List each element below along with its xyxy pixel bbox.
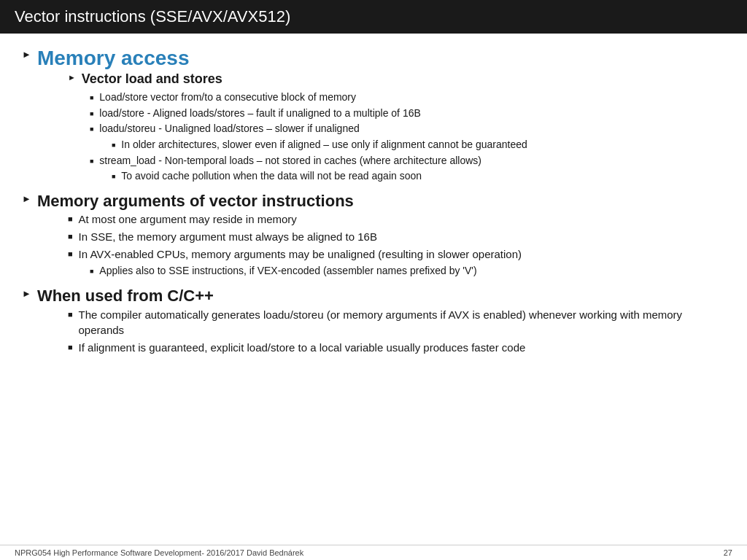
- section-when-used: ► When used from C/C++ ■ The compiler au…: [22, 286, 725, 357]
- slide-header: Vector instructions (SSE/AVX/AVX512): [0, 0, 747, 34]
- vector-load-stores-label: Vector load and stores: [82, 70, 222, 88]
- l3-text-4: stream_load - Non-temporal loads – not s…: [99, 154, 481, 168]
- l2-vector-load: ► Vector load and stores: [68, 70, 527, 88]
- l3-item-4: ■ stream_load - Non-temporal loads – not…: [90, 154, 527, 168]
- stream-sub: ■ To avoid cache pollution when the data…: [112, 169, 527, 184]
- bullet-icon: ■: [90, 110, 93, 117]
- arrow-icon: ►: [22, 49, 31, 60]
- l2-arg-3: ■ In AVX-enabled CPUs, memory arguments …: [68, 246, 522, 262]
- l3-sub-1: ■ In older architectures, slower even if…: [112, 138, 527, 152]
- avx-sub: ■ Applies also to SSE instructions, if V…: [90, 264, 522, 279]
- l3-avx-1: ■ Applies also to SSE instructions, if V…: [90, 264, 522, 279]
- l2-cpp-1: ■ The compiler automatically generates l…: [68, 307, 725, 338]
- l3-sub-text-1: In older architectures, slower even if a…: [121, 138, 527, 152]
- l2-cpp-text-2: If alignment is guaranteed, explicit loa…: [79, 340, 526, 355]
- bullet-icon: ■: [68, 249, 73, 258]
- load-store-sub-items: ■ Load/store vector from/to a consecutiv…: [90, 90, 527, 184]
- loadu-sub: ■ In older architectures, slower even if…: [112, 138, 527, 152]
- header-title: Vector instructions (SSE/AVX/AVX512): [15, 7, 290, 26]
- bullet-icon: ■: [90, 158, 93, 165]
- slide-footer: NPRG054 High Performance Software Develo…: [0, 545, 747, 560]
- l3-item-2: ■ load/store - Aligned loads/stores – fa…: [90, 106, 527, 121]
- l3-text-2: load/store - Aligned loads/stores – faul…: [99, 106, 421, 121]
- bullet-icon: ■: [90, 125, 93, 133]
- footer-right: 27: [724, 548, 732, 557]
- l3-sub-text-2: To avoid cache pollution when the data w…: [121, 169, 422, 184]
- bullet-icon: ■: [68, 232, 73, 241]
- bullet-icon: ■: [90, 268, 93, 275]
- memory-access-title: Memory access: [37, 47, 190, 69]
- section-memory-args: ► Memory arguments of vector instruction…: [22, 191, 725, 280]
- slide-content: ► Memory access ► Vector load and stores…: [0, 34, 747, 545]
- memory-args-items: ■ At most one argument may reside in mem…: [68, 211, 522, 279]
- vector-load-stores: ► Vector load and stores ■ Load/store ve…: [68, 70, 527, 184]
- bullet-icon: ■: [112, 173, 115, 180]
- arrow-icon: ►: [22, 288, 31, 299]
- when-used-title: When used from C/C++: [37, 287, 214, 305]
- l2-arg-text-3: In AVX-enabled CPUs, memory arguments ma…: [79, 246, 522, 262]
- l2-arg-2: ■ In SSE, the memory argument must alway…: [68, 229, 522, 244]
- bullet-icon: ■: [68, 343, 73, 351]
- memory-args-title: Memory arguments of vector instructions: [37, 192, 354, 210]
- l3-item-1: ■ Load/store vector from/to a consecutiv…: [90, 90, 527, 105]
- l3-text-1: Load/store vector from/to a consecutive …: [99, 90, 356, 105]
- when-used-items: ■ The compiler automatically generates l…: [68, 307, 725, 355]
- l3-avx-text-1: Applies also to SSE instructions, if VEX…: [99, 264, 476, 279]
- section-memory-access: ► Memory access ► Vector load and stores…: [22, 47, 725, 185]
- l3-sub-2: ■ To avoid cache pollution when the data…: [112, 169, 527, 184]
- l2-cpp-2: ■ If alignment is guaranteed, explicit l…: [68, 340, 725, 355]
- bullet-icon: ■: [112, 141, 115, 149]
- bullet-icon: ■: [68, 310, 73, 319]
- l2-arg-text-2: In SSE, the memory argument must always …: [79, 229, 377, 244]
- bullet-icon: ■: [68, 214, 73, 223]
- arrow-icon: ►: [22, 193, 31, 204]
- l2-arg-text-1: At most one argument may reside in memor…: [79, 211, 297, 227]
- l3-item-3: ■ loadu/storeu - Unaligned load/stores –…: [90, 122, 527, 136]
- l2-arg-1: ■ At most one argument may reside in mem…: [68, 211, 522, 227]
- l2-cpp-text-1: The compiler automatically generates loa…: [79, 307, 725, 338]
- footer-left: NPRG054 High Performance Software Develo…: [15, 548, 303, 557]
- bullet-icon: ■: [90, 94, 93, 101]
- l3-text-3: loadu/storeu - Unaligned load/stores – s…: [99, 122, 359, 136]
- bullet-icon: ►: [68, 73, 76, 82]
